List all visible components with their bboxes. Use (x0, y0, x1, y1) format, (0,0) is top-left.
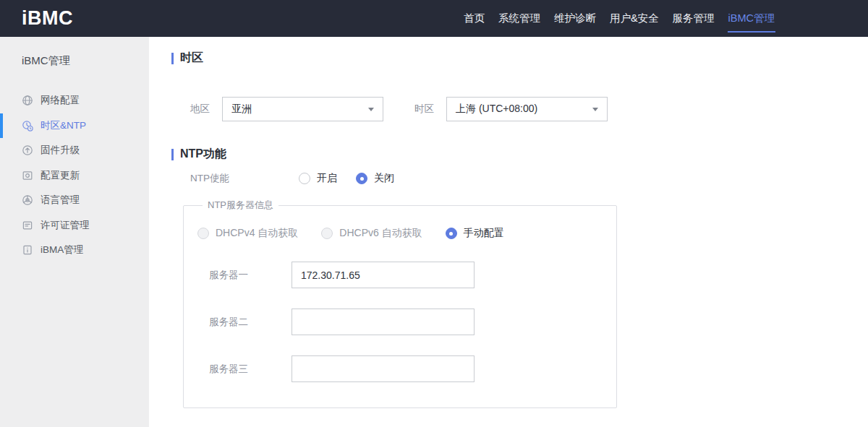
ntp-server3-label: 服务器三 (209, 363, 292, 376)
firmware-upgrade-icon (22, 145, 33, 156)
sidebar-item-label: 固件升级 (41, 144, 80, 157)
ntp-section-title: NTP功能 (180, 147, 226, 162)
ntp-mode-manual-radio[interactable]: 手动配置 (446, 227, 504, 240)
caret-down-icon (368, 108, 374, 111)
ntp-mode-dhcpv6-radio[interactable]: DHCPv6 自动获取 (321, 227, 422, 240)
ntp-enable-off-radio[interactable]: 关闭 (356, 172, 394, 185)
timezone-form-row: 地区 亚洲 时区 上海 (UTC+08:00) (190, 96, 608, 122)
sidebar: iBMC管理 网络配置 时区&NTP 固件升级 配置更新 (0, 37, 149, 427)
ntp-server3-input[interactable] (292, 355, 475, 382)
timezone-clock-icon (22, 120, 33, 131)
nav-user-security[interactable]: 用户&安全 (608, 0, 660, 37)
radio-label: 关闭 (374, 172, 394, 185)
ntp-server-info-group: NTP服务器信息 DHCPv4 自动获取 DHCPv6 自动获取 手动配置 服务… (183, 199, 617, 408)
ntp-server2-input[interactable] (292, 309, 475, 335)
sidebar-menu: 网络配置 时区&NTP 固件升级 配置更新 语言管理 (0, 88, 149, 263)
nav-ibmc-management[interactable]: iBMC管理 (727, 0, 776, 37)
radio-label: 开启 (317, 172, 337, 185)
section-accent-bar (171, 53, 174, 64)
timezone-section-title: 时区 (180, 51, 203, 66)
main-content: 时区 地区 亚洲 时区 上海 (UTC+08:00) NTP功能 NTP使能 开… (149, 37, 868, 427)
nav-home[interactable]: 首页 (462, 0, 486, 37)
config-update-icon (22, 170, 33, 181)
ntp-server2-row: 服务器二 (197, 309, 616, 335)
section-accent-bar (171, 149, 174, 160)
region-select-value: 亚洲 (231, 103, 368, 116)
sidebar-title: iBMC管理 (22, 54, 149, 68)
ntp-enable-on-radio[interactable]: 开启 (299, 172, 337, 185)
nav-system-management[interactable]: 系统管理 (497, 0, 542, 37)
app-logo: iBMC (22, 7, 73, 30)
timezone-select[interactable]: 上海 (UTC+08:00) (446, 97, 608, 121)
license-icon (22, 220, 33, 231)
sidebar-item-network-config[interactable]: 网络配置 (0, 88, 149, 113)
radio-label: 手动配置 (464, 227, 504, 240)
caret-down-icon (592, 108, 598, 111)
radio-unchecked-icon (299, 173, 310, 184)
sidebar-item-timezone-ntp[interactable]: 时区&NTP (0, 113, 149, 139)
timezone-label: 时区 (414, 103, 434, 116)
radio-label: DHCPv6 自动获取 (339, 227, 422, 240)
ntp-server2-label: 服务器二 (209, 316, 292, 329)
language-icon (22, 194, 33, 206)
radio-label: DHCPv4 自动获取 (216, 227, 298, 240)
nav-service-management[interactable]: 服务管理 (671, 0, 716, 37)
nav-maintenance-diagnosis[interactable]: 维护诊断 (553, 0, 597, 37)
ntp-server1-label: 服务器一 (209, 269, 292, 282)
sidebar-item-label: 配置更新 (41, 169, 80, 182)
sidebar-item-ibma-management[interactable]: iBMA管理 (0, 238, 149, 263)
radio-checked-icon (356, 173, 367, 184)
topbar: iBMC 首页 系统管理 维护诊断 用户&安全 服务管理 iBMC管理 (0, 0, 868, 37)
main-nav: 首页 系统管理 维护诊断 用户&安全 服务管理 iBMC管理 (462, 0, 776, 37)
sidebar-item-firmware-upgrade[interactable]: 固件升级 (0, 138, 149, 163)
ntp-server1-row: 服务器一 (197, 262, 616, 288)
sidebar-item-label: 语言管理 (41, 194, 80, 207)
ntp-section-header: NTP功能 (171, 147, 226, 162)
sidebar-item-label: 时区&NTP (41, 119, 86, 132)
radio-disabled-icon (321, 228, 333, 239)
sidebar-item-license-management[interactable]: 许可证管理 (0, 213, 149, 238)
region-label: 地区 (190, 103, 210, 116)
radio-checked-icon (446, 228, 457, 239)
sidebar-item-config-update[interactable]: 配置更新 (0, 163, 149, 189)
timezone-select-value: 上海 (UTC+08:00) (456, 103, 592, 116)
sidebar-item-language-management[interactable]: 语言管理 (0, 188, 149, 213)
ntp-mode-dhcpv4-radio[interactable]: DHCPv4 自动获取 (197, 227, 298, 240)
sidebar-item-label: 网络配置 (41, 94, 80, 107)
ntp-enable-label: NTP使能 (190, 172, 299, 185)
ntp-server1-input[interactable] (292, 262, 475, 288)
sidebar-item-label: 许可证管理 (41, 219, 90, 232)
ntp-enable-row: NTP使能 开启 关闭 (190, 171, 413, 186)
radio-disabled-icon (197, 228, 209, 239)
ntp-mode-row: DHCPv4 自动获取 DHCPv6 自动获取 手动配置 (197, 227, 616, 240)
timezone-section-header: 时区 (171, 51, 203, 66)
ibma-icon (22, 244, 33, 256)
ntp-server3-row: 服务器三 (197, 355, 616, 382)
sidebar-item-label: iBMA管理 (41, 243, 83, 256)
network-globe-icon (22, 95, 33, 106)
ntp-server-info-legend: NTP服务器信息 (203, 199, 278, 212)
region-select[interactable]: 亚洲 (222, 97, 383, 121)
